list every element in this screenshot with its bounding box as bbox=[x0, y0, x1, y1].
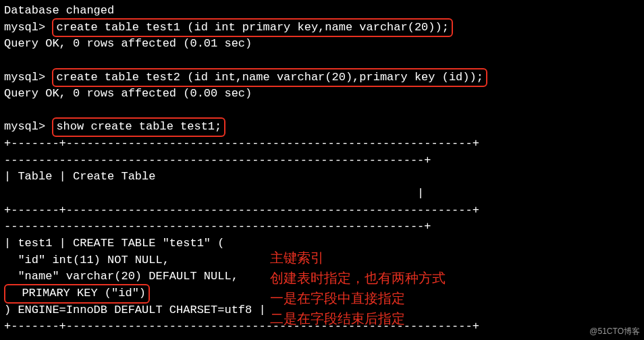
highlighted-cmd1: create table test1 (id int primary key,n… bbox=[52, 18, 453, 38]
highlighted-cmd3: show create table test1; bbox=[52, 117, 225, 137]
blank-line bbox=[4, 103, 640, 119]
line-ok2: Query OK, 0 rows affected (0.00 sec) bbox=[4, 86, 640, 103]
sep-top-plus: +-------+-------------------------------… bbox=[4, 136, 640, 152]
sep-mid-dash: ----------------------------------------… bbox=[4, 219, 640, 235]
line-cmd3[interactable]: mysql> show create table test1; bbox=[4, 119, 640, 136]
sep-mid-plus: +-------+-------------------------------… bbox=[4, 202, 640, 219]
line-db-changed: Database changed bbox=[4, 3, 640, 20]
prompt: mysql> bbox=[4, 71, 52, 84]
annotation-2: 创建表时指定，也有两种方式 bbox=[270, 268, 446, 287]
hdr-end: | bbox=[4, 186, 640, 202]
highlighted-cmd2: create table test2 (id int,name varchar(… bbox=[52, 68, 487, 88]
prompt: mysql> bbox=[4, 21, 52, 34]
highlighted-pk: PRIMARY KEY ("id") bbox=[4, 284, 150, 304]
line-cmd2[interactable]: mysql> create table test2 (id int,name v… bbox=[4, 69, 640, 86]
annotation-3: 一是在字段中直接指定 bbox=[270, 289, 405, 308]
blank-line bbox=[4, 53, 640, 69]
line-cmd1[interactable]: mysql> create table test1 (id int primar… bbox=[4, 20, 640, 36]
annotation-1: 主键索引 bbox=[270, 248, 324, 267]
prompt: mysql> bbox=[4, 120, 52, 133]
annotation-4: 二是在字段结束后指定 bbox=[270, 309, 405, 328]
hdr-row: | Table | Create Table bbox=[4, 169, 640, 186]
watermark: @51CTO博客 bbox=[589, 326, 640, 337]
sep-top-dash: ----------------------------------------… bbox=[4, 152, 640, 169]
line-ok1: Query OK, 0 rows affected (0.01 sec) bbox=[4, 36, 640, 53]
